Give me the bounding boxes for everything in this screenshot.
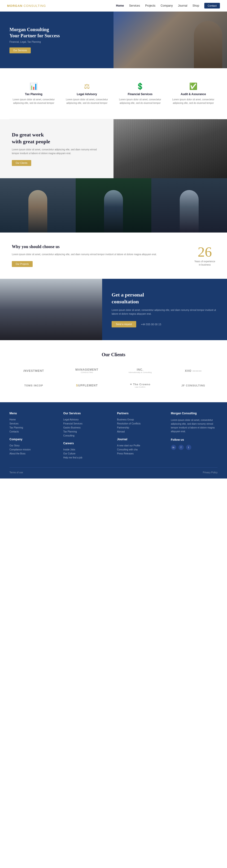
footer-menu-home[interactable]: Home <box>9 418 56 421</box>
client-crowno: ✦ The Crowno Law Confirm <box>116 380 164 391</box>
footer-partner-business[interactable]: Business Group <box>117 418 164 421</box>
service-title-legal: Legal Advisory <box>65 93 109 96</box>
services-section: 📊 Tax Planning Lorem ipsum dolor sit ame… <box>0 68 227 119</box>
nav-shop[interactable]: Shop <box>193 4 199 7</box>
footer-service-gastro[interactable]: Gastro Business <box>63 426 110 429</box>
footer: Menu Home Services Tax Planning Contacts… <box>0 402 227 478</box>
audit-icon: ✅ <box>171 82 215 90</box>
footer-services-col: Our Services Legal Advisory Financial Se… <box>63 412 110 460</box>
clients-title: Our Clients <box>9 352 218 358</box>
our-projects-button[interactable]: Our Projects <box>12 261 33 267</box>
great-work-section: Do great workwith great people Lorem ips… <box>0 119 227 178</box>
hero-section: Morgan ConsultingYour Partner for Succes… <box>0 11 227 68</box>
service-desc-legal: Lorem ipsum dolor sit amet, consectetur … <box>65 98 109 105</box>
client-logo-sub-2: CONSULTING <box>65 371 109 373</box>
footer-career-culture[interactable]: Our Culture <box>63 452 110 455</box>
hero-button[interactable]: Our Services <box>9 48 31 53</box>
footer-journal-2[interactable]: Consulting with cha <box>117 448 164 451</box>
consult-desc: Lorem ipsum dolor sit amet, consectetur … <box>112 308 218 316</box>
client-management: MANAGEMENT CONSULTING <box>63 366 111 376</box>
footer-partner-resolution[interactable]: Resolution of Conflicts <box>117 422 164 425</box>
footer-service-financial[interactable]: Financial Services <box>63 422 110 425</box>
footer-company-section-title: Company <box>9 438 56 441</box>
service-title-tax: Tax Planning <box>12 93 56 96</box>
service-legal: ⚖ Legal Advisory Lorem ipsum dolor sit a… <box>63 80 111 107</box>
contact-button[interactable]: Contact <box>204 3 220 8</box>
great-work-desc: Lorem ipsum dolor sit amet, consectetur … <box>12 148 102 155</box>
client-logo-text-4: XIIO ——— <box>171 369 215 373</box>
footer-partners-col: Partners Business Group Resolution of Co… <box>117 412 164 460</box>
nav-home[interactable]: Home <box>116 4 124 7</box>
footer-career-jobs[interactable]: Inside Jobs <box>63 448 110 451</box>
client-supplement: SUPPLEMENT <box>63 381 111 390</box>
nav-journal[interactable]: Journal <box>178 4 187 7</box>
client-logo-text-3: INC. <box>118 368 162 371</box>
client-toms: TOMS INCOP <box>9 382 58 389</box>
footer-company-mission[interactable]: Compliance mission <box>9 448 56 451</box>
footer-company-desc: Lorem ipsum dolor sit amet, consectetur … <box>171 418 218 433</box>
logo-second: CONSULTING <box>24 4 46 7</box>
person-3 <box>151 178 227 232</box>
our-clients-button[interactable]: Our Clients <box>12 160 31 166</box>
footer-partner-abroad[interactable]: Abroad <box>117 430 164 433</box>
service-desc-audit: Lorem ipsum dolor sit amet, consectetur … <box>171 98 215 105</box>
client-logo-sub-3: Internationally & Consulting <box>118 371 162 373</box>
footer-journal-1[interactable]: A new start our Profile <box>117 444 164 447</box>
footer-menu-contacts[interactable]: Contacts <box>9 430 56 433</box>
nav-projects[interactable]: Projects <box>145 4 155 7</box>
silhouette-3 <box>180 190 199 232</box>
service-audit: ✅ Audit & Assurance Lorem ipsum dolor si… <box>169 80 218 107</box>
great-work-title: Do great workwith great people <box>12 131 102 145</box>
clients-section: Our Clients iNVESTMENT MANAGEMENT CONSUL… <box>0 340 227 402</box>
hero-image-inner <box>113 11 227 68</box>
footer-company-boss[interactable]: About the Boss <box>9 452 56 455</box>
person-1 <box>0 178 76 232</box>
silhouette-1 <box>28 190 47 232</box>
client-jf: JF CONSULTING <box>169 382 218 389</box>
nav-services[interactable]: Services <box>129 4 140 7</box>
footer-services-title: Our Services <box>63 412 110 415</box>
footer-journal-3[interactable]: Press Releases <box>117 452 164 455</box>
privacy-link[interactable]: Privacy Policy <box>203 471 218 474</box>
footer-service-consulting[interactable]: Consulting <box>63 434 110 437</box>
hero-title: Morgan ConsultingYour Partner for Succes… <box>9 26 104 39</box>
consult-person-image <box>0 279 102 340</box>
facebook-icon[interactable]: f <box>178 445 184 450</box>
clients-grid: iNVESTMENT MANAGEMENT CONSULTING INC. In… <box>9 366 218 391</box>
hero-subtitle: Financial, Legal, Tax Planning <box>9 40 104 43</box>
footer-service-tax[interactable]: Tax Planning <box>63 430 110 433</box>
legal-icon: ⚖ <box>65 82 109 90</box>
client-logo-text-1: iNVESTMENT <box>12 369 56 373</box>
client-logo-text-2: MANAGEMENT <box>65 368 109 371</box>
why-content: Why you should choose us Lorem ipsum dol… <box>12 244 185 267</box>
consult-section: Get a personalconsultation Lorem ipsum d… <box>0 279 227 340</box>
footer-menu-tax[interactable]: Tax Planning <box>9 426 56 429</box>
consult-phone: +44 555 00 00 15 <box>141 323 161 326</box>
linkedin-icon[interactable]: in <box>171 445 176 450</box>
client-xiio: XIIO ——— <box>169 367 218 375</box>
footer-partner-partnership[interactable]: Partnership <box>117 426 164 429</box>
footer-menu-services[interactable]: Services <box>9 422 56 425</box>
client-inc: INC. Internationally & Consulting <box>116 366 164 376</box>
client-logo-text-8: JF CONSULTING <box>171 384 215 387</box>
footer-service-legal[interactable]: Legal Advisory <box>63 418 110 421</box>
footer-grid: Menu Home Services Tax Planning Contacts… <box>9 412 218 460</box>
great-work-image <box>113 119 227 178</box>
consult-content: Get a personalconsultation Lorem ipsum d… <box>102 279 227 340</box>
team-photo-2 <box>76 178 151 232</box>
logo-first: MORGAN <box>7 4 23 7</box>
nav-company[interactable]: Company <box>161 4 173 7</box>
client-logo-text-5: TOMS INCOP <box>12 384 56 387</box>
footer-career-find[interactable]: Help me find a job <box>63 456 110 459</box>
consult-image <box>0 279 102 340</box>
service-desc-tax: Lorem ipsum dolor sit amet, consectetur … <box>12 98 56 105</box>
twitter-icon[interactable]: t <box>186 445 191 450</box>
service-desc-financial: Lorem ipsum dolor sit amet, consectetur … <box>118 98 162 105</box>
send-request-button[interactable]: Send a request <box>112 321 136 328</box>
service-title-financial: Financial Services <box>118 93 162 96</box>
footer-company-story[interactable]: Our Story <box>9 444 56 447</box>
footer-menu-col: Menu Home Services Tax Planning Contacts… <box>9 412 56 460</box>
why-title: Why you should choose us <box>12 244 185 249</box>
terms-link[interactable]: Terms of use <box>9 471 23 474</box>
stat-label: Years of experiencein business <box>194 260 215 267</box>
